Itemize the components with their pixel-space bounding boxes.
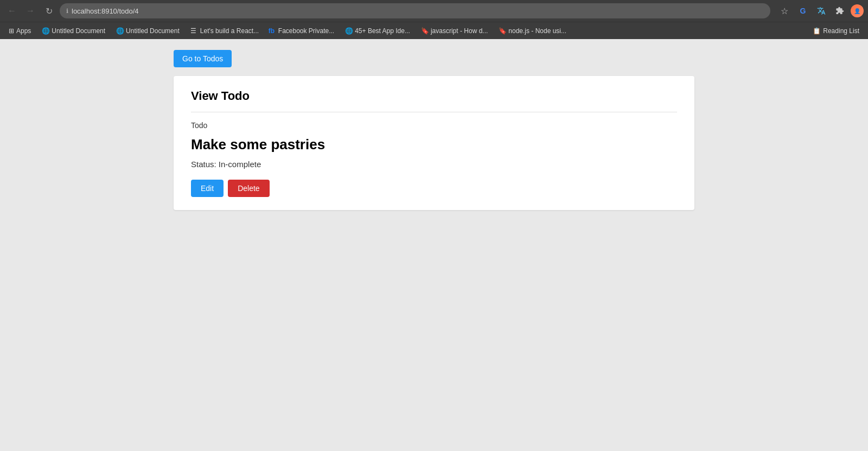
bookmark-2[interactable]: ☰ Let's build a React... [186, 26, 262, 36]
edit-button[interactable]: Edit [191, 180, 224, 197]
bookmark-label-3: Facebook Private... [278, 27, 334, 35]
divider [191, 112, 677, 112]
star-icon[interactable]: ☆ [777, 3, 792, 18]
action-buttons: Edit Delete [191, 180, 677, 197]
apps-bookmark[interactable]: ⊞ Apps [4, 26, 35, 36]
browser-toolbar: ← → ↻ ℹ localhost:8910/todo/4 ☆ G 👤 [0, 0, 868, 22]
forward-button[interactable]: → [23, 3, 38, 18]
bookmark-label-4: 45+ Best App Ide... [355, 27, 410, 35]
browser-chrome: ← → ↻ ℹ localhost:8910/todo/4 ☆ G 👤 ⊞ Ap… [0, 0, 868, 39]
page-inner: Go to Todos View Todo Todo Make some pas… [174, 50, 694, 210]
reading-list-label: Reading List [823, 27, 859, 35]
google-icon[interactable]: G [795, 3, 810, 18]
back-button[interactable]: ← [4, 3, 20, 18]
page-content: Go to Todos View Todo Todo Make some pas… [0, 39, 868, 451]
bookmark-icon-5: 🔖 [421, 27, 429, 35]
card-heading: View Todo [191, 89, 677, 103]
bookmark-icon-6: 🔖 [499, 27, 506, 35]
bookmark-3[interactable]: fb Facebook Private... [264, 26, 339, 36]
todo-status: Status: In-complete [191, 160, 677, 169]
bookmark-6[interactable]: 🔖 node.js - Node usi... [494, 26, 570, 36]
bookmark-label-1: Untitled Document [126, 27, 180, 35]
bookmark-5[interactable]: 🔖 javascript - How d... [417, 26, 492, 36]
bookmark-icon-1: 🌐 [116, 27, 124, 35]
bookmark-icon-4: 🌐 [345, 27, 353, 35]
todo-card: View Todo Todo Make some pastries Status… [174, 76, 694, 210]
go-to-todos-button[interactable]: Go to Todos [174, 50, 232, 67]
lock-icon: ℹ [66, 8, 68, 15]
url-text: localhost:8910/todo/4 [72, 7, 139, 15]
reading-list-button[interactable]: 📋 Reading List [808, 26, 864, 36]
extensions-icon[interactable] [832, 3, 847, 18]
apps-label: Apps [16, 27, 31, 35]
bookmark-icon-2: ☰ [190, 27, 198, 35]
delete-button[interactable]: Delete [228, 180, 269, 197]
reading-list-icon: 📋 [813, 27, 821, 35]
translate-icon[interactable] [814, 3, 829, 18]
reload-button[interactable]: ↻ [41, 3, 56, 18]
bookmark-label-6: node.js - Node usi... [508, 27, 566, 35]
bookmark-0[interactable]: 🌐 Untitled Document [37, 26, 110, 36]
bookmark-icon-0: 🌐 [42, 27, 49, 35]
bookmark-1[interactable]: 🌐 Untitled Document [112, 26, 184, 36]
apps-grid-icon: ⊞ [9, 27, 14, 35]
toolbar-right: ☆ G 👤 [777, 3, 864, 18]
bookmark-label-0: Untitled Document [52, 27, 105, 35]
todo-title: Make some pastries [191, 136, 677, 153]
bookmark-icon-3: fb [269, 27, 276, 35]
bookmark-label-2: Let's build a React... [200, 27, 259, 35]
section-label: Todo [191, 121, 677, 130]
bookmark-4[interactable]: 🌐 45+ Best App Ide... [341, 26, 414, 36]
avatar[interactable]: 👤 [851, 4, 864, 17]
address-bar[interactable]: ℹ localhost:8910/todo/4 [60, 3, 770, 18]
bookmarks-bar: ⊞ Apps 🌐 Untitled Document 🌐 Untitled Do… [0, 22, 868, 39]
bookmark-label-5: javascript - How d... [431, 27, 488, 35]
